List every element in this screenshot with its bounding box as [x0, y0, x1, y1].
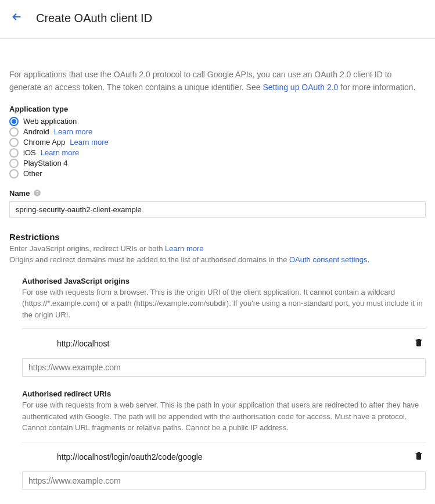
svg-text:?: ?	[36, 191, 39, 196]
radio-icon[interactable]	[9, 138, 19, 147]
js-origin-value: http://localhost	[22, 339, 412, 348]
radio-label: PlayStation 4	[23, 159, 68, 167]
page-title: Create OAuth client ID	[36, 12, 152, 25]
radio-icon[interactable]	[9, 117, 19, 126]
radio-label: Other	[23, 169, 42, 178]
restrictions-desc-pre: Enter JavaScript origins, redirect URIs …	[9, 244, 165, 253]
divider	[22, 328, 426, 329]
radio-option[interactable]: PlayStation 4	[9, 159, 426, 168]
restrictions-title: Restrictions	[9, 232, 426, 242]
redirect-uris-desc: For use with requests from a web server.…	[22, 399, 426, 434]
app-type-radio-group: Web applicationAndroidLearn moreChrome A…	[9, 117, 426, 178]
restrictions-note-pre: Origins and redirect domains must be add…	[9, 255, 289, 264]
radio-icon[interactable]	[9, 169, 19, 178]
restrictions-desc: Enter JavaScript origins, redirect URIs …	[9, 244, 426, 253]
divider	[22, 442, 426, 442]
radio-icon[interactable]	[9, 159, 19, 168]
radio-option[interactable]: iOSLearn more	[9, 148, 426, 158]
radio-option[interactable]: Web application	[9, 117, 426, 126]
page-header: Create OAuth client ID	[0, 0, 435, 39]
learn-more-link[interactable]: Learn more	[54, 127, 92, 136]
js-origin-row: http://localhost	[22, 337, 426, 350]
redirect-uri-input[interactable]	[22, 471, 426, 490]
intro-post: for more information.	[338, 83, 415, 92]
js-origins-desc: For use with requests from a browser. Th…	[22, 287, 426, 321]
radio-label: iOS	[23, 148, 36, 157]
radio-option[interactable]: AndroidLearn more	[9, 127, 426, 137]
name-label: Name	[9, 189, 30, 198]
name-input[interactable]	[9, 201, 426, 218]
learn-more-link[interactable]: Learn more	[70, 138, 108, 146]
oauth-consent-link[interactable]: OAuth consent settings	[289, 255, 367, 264]
radio-icon[interactable]	[9, 148, 19, 158]
radio-label: Android	[23, 127, 49, 136]
delete-icon[interactable]	[412, 451, 426, 463]
setup-oauth-link[interactable]: Setting up OAuth 2.0	[263, 83, 338, 92]
back-arrow-icon[interactable]	[8, 10, 26, 26]
restrictions-note-post: .	[367, 255, 369, 264]
radio-icon[interactable]	[9, 127, 19, 137]
radio-label: Web application	[23, 117, 77, 126]
radio-option[interactable]: Chrome AppLearn more	[9, 138, 426, 147]
learn-more-link[interactable]: Learn more	[41, 148, 79, 157]
restrictions-learn-more-link[interactable]: Learn more	[165, 244, 203, 253]
intro-text: For applications that use the OAuth 2.0 …	[9, 68, 426, 94]
js-origin-input[interactable]	[22, 358, 426, 377]
redirect-uris-title: Authorised redirect URIs	[22, 389, 426, 398]
redirect-uri-row: http://localhost/login/oauth2/code/googl…	[22, 451, 426, 463]
redirect-uri-value: http://localhost/login/oauth2/code/googl…	[22, 452, 412, 462]
js-origins-title: Authorised JavaScript origins	[22, 277, 426, 285]
app-type-label: Application type	[9, 105, 426, 113]
redirect-uris-section: Authorised redirect URIs For use with re…	[22, 389, 426, 490]
js-origins-section: Authorised JavaScript origins For use wi…	[22, 277, 426, 377]
radio-label: Chrome App	[23, 138, 65, 146]
radio-option[interactable]: Other	[9, 169, 426, 178]
restrictions-note: Origins and redirect domains must be add…	[9, 255, 426, 264]
delete-icon[interactable]	[412, 337, 426, 350]
help-icon[interactable]: ?	[33, 189, 41, 197]
